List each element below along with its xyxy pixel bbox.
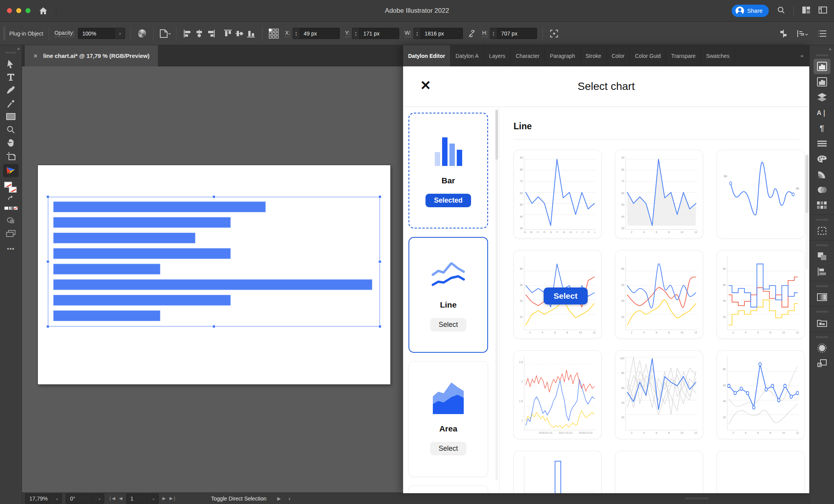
transform-icon[interactable]: [548, 27, 560, 40]
search-icon[interactable]: [777, 6, 785, 15]
swap-fill-stroke-icon[interactable]: [7, 196, 14, 203]
tools-grip[interactable]: [6, 52, 16, 54]
align-panel-icon[interactable]: [814, 264, 831, 279]
line-variant-humps-gray[interactable]: 10: [717, 451, 805, 493]
dock-collapse-icon[interactable]: ‹‹: [829, 47, 831, 51]
tools-collapse-icon[interactable]: ››: [17, 46, 19, 51]
selection-tool[interactable]: [4, 58, 18, 71]
artboards-panel-icon[interactable]: [814, 223, 831, 238]
bar-selected-button[interactable]: Selected: [425, 194, 471, 207]
w-input[interactable]: 1816 px: [420, 28, 463, 39]
menu-list-icon[interactable]: [816, 27, 828, 40]
tab-color-guide[interactable]: Color Guid: [630, 45, 666, 66]
recolor-artwork-icon[interactable]: [136, 27, 148, 40]
pen-tool[interactable]: [4, 84, 18, 97]
line-variant-area-fill[interactable]: 90807060504030 24681012: [615, 150, 703, 238]
w-stepper[interactable]: ▴▾: [414, 28, 420, 39]
none-mode[interactable]: [14, 206, 18, 210]
dialog-scrollbar[interactable]: [805, 154, 809, 269]
libraries-panel-icon[interactable]: [814, 315, 831, 330]
align-top-icon[interactable]: [222, 27, 234, 40]
color-panel-icon[interactable]: [814, 151, 831, 167]
rotation-dropdown-chevron[interactable]: ⌄: [94, 494, 104, 504]
line-variant-highlight[interactable]: 10080604020 24681: [615, 350, 703, 439]
workspace-switcher-icon[interactable]: [819, 7, 827, 15]
line-variant-time-series[interactable]: 2.521.51 2016-01-012017-01-012018-01-01: [514, 350, 602, 439]
tab-datylon-assets[interactable]: Datylon A: [451, 45, 484, 66]
datylon-plugin-tool[interactable]: [3, 164, 19, 177]
last-artboard-icon[interactable]: ▶❘: [170, 496, 176, 501]
selection-handle[interactable]: [378, 325, 381, 328]
line-variant-markers[interactable]: 80604020 24681012: [717, 350, 805, 439]
datylon-assets-panel-icon[interactable]: [814, 74, 831, 90]
arrange-documents-icon[interactable]: [802, 7, 810, 15]
selection-handle[interactable]: [212, 325, 215, 328]
selection-handle[interactable]: [46, 260, 49, 263]
artboard-tool[interactable]: [4, 149, 18, 162]
fill-swatch[interactable]: [4, 182, 12, 188]
datylon-editor-panel-icon[interactable]: [814, 59, 831, 74]
swatches-panel-icon[interactable]: [814, 198, 831, 213]
controlbar-grip[interactable]: [3, 27, 5, 40]
selection-bounding-box[interactable]: [48, 197, 380, 326]
stroke-panel-icon[interactable]: [814, 136, 831, 151]
area-select-button[interactable]: Select: [430, 442, 466, 455]
appearance-panel-icon[interactable]: [814, 340, 831, 356]
tab-transparency[interactable]: Transpare: [666, 45, 701, 66]
eyedropper-tool[interactable]: [4, 97, 18, 110]
type-tool[interactable]: [4, 71, 18, 84]
line-variant-humps-color[interactable]: 10: [615, 451, 703, 493]
gradient-panel-icon[interactable]: [814, 289, 831, 305]
artboard-dropdown-chevron[interactable]: ⌄: [149, 494, 159, 504]
tab-character[interactable]: Character: [511, 45, 545, 66]
first-artboard-icon[interactable]: ❘◀: [108, 496, 115, 501]
character-panel-icon[interactable]: A❘: [814, 105, 831, 120]
select-thumbnail-button[interactable]: Select: [544, 288, 588, 304]
color-guide-panel-icon[interactable]: [814, 167, 831, 182]
fill-stroke-control[interactable]: [4, 182, 17, 193]
close-document-icon[interactable]: ✕: [33, 53, 38, 59]
artboard[interactable]: [38, 165, 390, 384]
line-variant-basic[interactable]: 90807060504030 ABCDEFGHIJKL: [514, 150, 602, 238]
tab-swatches[interactable]: Swatches: [701, 45, 735, 66]
chart-type-area[interactable]: Area Select: [409, 361, 488, 477]
selection-handle[interactable]: [212, 195, 215, 198]
transparency-panel-icon[interactable]: [814, 182, 831, 198]
tab-color[interactable]: Color: [607, 45, 630, 66]
paragraph-panel-icon[interactable]: ¶: [814, 120, 831, 136]
gradient-mode[interactable]: [9, 206, 13, 210]
tab-stroke[interactable]: Stroke: [581, 45, 607, 66]
color-mode-strip[interactable]: [4, 206, 18, 210]
pathfinder-panel-icon[interactable]: [814, 249, 831, 264]
h-stepper[interactable]: ▴▾: [490, 28, 497, 39]
align-right-icon[interactable]: [205, 27, 217, 40]
tab-overflow-chevron[interactable]: ››: [794, 45, 809, 66]
stroke-swatch[interactable]: [9, 187, 17, 193]
document-setup-icon[interactable]: [159, 27, 171, 40]
status-play-icon[interactable]: ▶: [277, 496, 281, 501]
constrain-proportions-icon[interactable]: [466, 27, 478, 40]
y-stepper[interactable]: ▴▾: [352, 28, 359, 39]
align-center-h-icon[interactable]: [193, 27, 205, 40]
status-back-chevron[interactable]: ‹: [288, 496, 290, 502]
rotation-value[interactable]: 0°: [66, 494, 94, 504]
sidebar-scrollbar[interactable]: [495, 110, 498, 480]
align-bottom-icon[interactable]: [245, 27, 257, 40]
hand-tool[interactable]: [4, 136, 18, 149]
distribute-grid-icon[interactable]: [268, 27, 280, 40]
zoom-level-value[interactable]: 17,79%: [25, 494, 52, 504]
symbols-panel-icon[interactable]: [814, 356, 831, 371]
tab-datylon-editor[interactable]: Datylon Editor: [403, 45, 451, 66]
tab-paragraph[interactable]: Paragraph: [545, 45, 580, 66]
artboard-number[interactable]: 1: [126, 494, 149, 504]
share-button[interactable]: Share: [732, 5, 769, 17]
opacity-label[interactable]: Opacity:: [54, 30, 74, 37]
zoom-dropdown-chevron[interactable]: ⌄: [52, 494, 62, 504]
line-select-button[interactable]: Select: [430, 318, 466, 331]
tab-layers[interactable]: Layers: [484, 45, 511, 66]
screen-mode-icon[interactable]: [4, 227, 18, 240]
dock-grip[interactable]: [816, 54, 828, 56]
layers-panel-icon[interactable]: [814, 90, 831, 105]
document-tab[interactable]: ✕ line chart.ai* @ 17,79 % (RGB/Preview): [25, 45, 158, 66]
line-variant-smooth-multi[interactable]: 80604020 24681012: [615, 250, 703, 339]
